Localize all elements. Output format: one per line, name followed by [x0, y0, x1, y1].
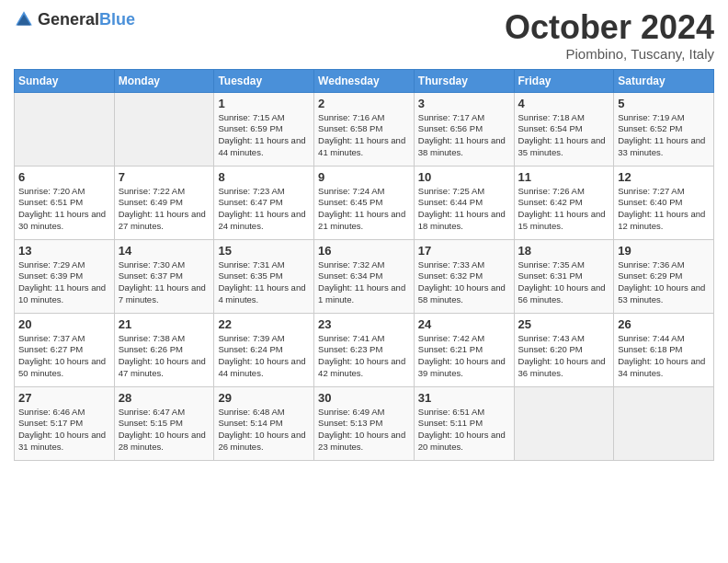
month-title: October 2024 [505, 9, 714, 46]
calendar-cell: 4Sunrise: 7:18 AMSunset: 6:54 PMDaylight… [514, 92, 614, 166]
day-number: 16 [318, 244, 410, 258]
weekday-header: Saturday [614, 69, 714, 92]
day-info: Sunrise: 7:41 AMSunset: 6:23 PMDaylight:… [318, 333, 410, 380]
calendar-cell: 22Sunrise: 7:39 AMSunset: 6:24 PMDayligh… [214, 313, 314, 386]
calendar-week-row: 27Sunrise: 6:46 AMSunset: 5:17 PMDayligh… [15, 386, 714, 460]
day-number: 20 [18, 317, 110, 331]
day-number: 12 [618, 170, 710, 184]
logo-text-general: General [38, 10, 99, 29]
calendar-cell: 10Sunrise: 7:25 AMSunset: 6:44 PMDayligh… [414, 166, 514, 239]
day-number: 23 [318, 317, 410, 331]
day-info: Sunrise: 7:27 AMSunset: 6:40 PMDaylight:… [618, 186, 710, 233]
day-info: Sunrise: 7:43 AMSunset: 6:20 PMDaylight:… [518, 333, 610, 380]
day-number: 18 [518, 244, 610, 258]
calendar-cell: 6Sunrise: 7:20 AMSunset: 6:51 PMDaylight… [15, 166, 115, 239]
weekday-header: Friday [514, 69, 614, 92]
day-number: 14 [119, 244, 210, 258]
day-number: 4 [518, 97, 610, 110]
day-info: Sunrise: 7:20 AMSunset: 6:51 PMDaylight:… [18, 186, 110, 233]
calendar-cell: 28Sunrise: 6:47 AMSunset: 5:15 PMDayligh… [114, 386, 214, 460]
day-info: Sunrise: 7:30 AMSunset: 6:37 PMDaylight:… [119, 259, 210, 306]
logo: GeneralBlue [14, 9, 135, 29]
day-number: 6 [18, 170, 110, 184]
calendar-cell: 7Sunrise: 7:22 AMSunset: 6:49 PMDaylight… [114, 166, 214, 239]
day-number: 28 [119, 391, 210, 405]
calendar-cell: 13Sunrise: 7:29 AMSunset: 6:39 PMDayligh… [15, 239, 115, 313]
calendar-week-row: 20Sunrise: 7:37 AMSunset: 6:27 PMDayligh… [15, 313, 714, 386]
calendar-body: 1Sunrise: 7:15 AMSunset: 6:59 PMDaylight… [15, 92, 714, 460]
calendar-cell: 18Sunrise: 7:35 AMSunset: 6:31 PMDayligh… [514, 239, 614, 313]
day-info: Sunrise: 7:17 AMSunset: 6:56 PMDaylight:… [418, 112, 510, 159]
day-number: 3 [418, 97, 510, 110]
day-number: 5 [618, 97, 710, 110]
calendar-cell: 20Sunrise: 7:37 AMSunset: 6:27 PMDayligh… [15, 313, 115, 386]
calendar-cell: 12Sunrise: 7:27 AMSunset: 6:40 PMDayligh… [614, 166, 714, 239]
calendar-cell: 2Sunrise: 7:16 AMSunset: 6:58 PMDaylight… [314, 92, 415, 166]
day-info: Sunrise: 6:49 AMSunset: 5:13 PMDaylight:… [318, 407, 410, 454]
calendar-cell: 8Sunrise: 7:23 AMSunset: 6:47 PMDaylight… [214, 166, 314, 239]
calendar-cell: 31Sunrise: 6:51 AMSunset: 5:11 PMDayligh… [414, 386, 514, 460]
day-info: Sunrise: 7:31 AMSunset: 6:35 PMDaylight:… [218, 259, 310, 306]
day-number: 7 [119, 170, 210, 184]
day-number: 15 [218, 244, 310, 258]
calendar-cell: 26Sunrise: 7:44 AMSunset: 6:18 PMDayligh… [614, 313, 714, 386]
day-number: 1 [218, 97, 310, 110]
day-number: 25 [518, 317, 610, 331]
page-header: GeneralBlue October 2024 Piombino, Tusca… [14, 9, 714, 62]
calendar-header: SundayMondayTuesdayWednesdayThursdayFrid… [15, 69, 714, 92]
weekday-header: Wednesday [314, 69, 415, 92]
day-number: 29 [218, 391, 310, 405]
calendar-cell [15, 92, 115, 166]
logo-text-blue: Blue [99, 10, 135, 29]
calendar-cell: 3Sunrise: 7:17 AMSunset: 6:56 PMDaylight… [414, 92, 514, 166]
calendar-cell: 1Sunrise: 7:15 AMSunset: 6:59 PMDaylight… [214, 92, 314, 166]
day-info: Sunrise: 7:25 AMSunset: 6:44 PMDaylight:… [418, 186, 510, 233]
calendar-week-row: 6Sunrise: 7:20 AMSunset: 6:51 PMDaylight… [15, 166, 714, 239]
day-number: 30 [318, 391, 410, 405]
calendar-cell: 16Sunrise: 7:32 AMSunset: 6:34 PMDayligh… [314, 239, 415, 313]
day-number: 2 [318, 97, 410, 110]
day-info: Sunrise: 7:24 AMSunset: 6:45 PMDaylight:… [318, 186, 410, 233]
title-block: October 2024 Piombino, Tuscany, Italy [505, 9, 714, 62]
day-info: Sunrise: 7:33 AMSunset: 6:32 PMDaylight:… [418, 259, 510, 306]
day-info: Sunrise: 7:29 AMSunset: 6:39 PMDaylight:… [18, 259, 110, 306]
day-info: Sunrise: 6:48 AMSunset: 5:14 PMDaylight:… [218, 407, 310, 454]
day-number: 22 [218, 317, 310, 331]
day-number: 27 [18, 391, 110, 405]
calendar-cell [514, 386, 614, 460]
day-info: Sunrise: 7:36 AMSunset: 6:29 PMDaylight:… [618, 259, 710, 306]
day-info: Sunrise: 7:26 AMSunset: 6:42 PMDaylight:… [518, 186, 610, 233]
weekday-header: Sunday [15, 69, 115, 92]
day-info: Sunrise: 7:16 AMSunset: 6:58 PMDaylight:… [318, 112, 410, 159]
calendar-cell: 30Sunrise: 6:49 AMSunset: 5:13 PMDayligh… [314, 386, 415, 460]
weekday-row: SundayMondayTuesdayWednesdayThursdayFrid… [15, 69, 714, 92]
day-number: 24 [418, 317, 510, 331]
calendar-cell: 17Sunrise: 7:33 AMSunset: 6:32 PMDayligh… [414, 239, 514, 313]
day-info: Sunrise: 7:37 AMSunset: 6:27 PMDaylight:… [18, 333, 110, 380]
day-info: Sunrise: 7:42 AMSunset: 6:21 PMDaylight:… [418, 333, 510, 380]
weekday-header: Tuesday [214, 69, 314, 92]
day-info: Sunrise: 7:22 AMSunset: 6:49 PMDaylight:… [119, 186, 210, 233]
calendar-cell [114, 92, 214, 166]
weekday-header: Thursday [414, 69, 514, 92]
calendar-cell: 15Sunrise: 7:31 AMSunset: 6:35 PMDayligh… [214, 239, 314, 313]
calendar-week-row: 13Sunrise: 7:29 AMSunset: 6:39 PMDayligh… [15, 239, 714, 313]
day-info: Sunrise: 6:47 AMSunset: 5:15 PMDaylight:… [119, 407, 210, 454]
day-number: 10 [418, 170, 510, 184]
day-info: Sunrise: 7:35 AMSunset: 6:31 PMDaylight:… [518, 259, 610, 306]
day-number: 11 [518, 170, 610, 184]
day-info: Sunrise: 7:15 AMSunset: 6:59 PMDaylight:… [218, 112, 310, 159]
day-info: Sunrise: 7:39 AMSunset: 6:24 PMDaylight:… [218, 333, 310, 380]
day-info: Sunrise: 6:46 AMSunset: 5:17 PMDaylight:… [18, 407, 110, 454]
calendar-cell: 11Sunrise: 7:26 AMSunset: 6:42 PMDayligh… [514, 166, 614, 239]
day-info: Sunrise: 7:44 AMSunset: 6:18 PMDaylight:… [618, 333, 710, 380]
day-number: 8 [218, 170, 310, 184]
day-number: 31 [418, 391, 510, 405]
day-info: Sunrise: 7:32 AMSunset: 6:34 PMDaylight:… [318, 259, 410, 306]
day-number: 9 [318, 170, 410, 184]
calendar-cell: 21Sunrise: 7:38 AMSunset: 6:26 PMDayligh… [114, 313, 214, 386]
calendar-cell [614, 386, 714, 460]
day-number: 13 [18, 244, 110, 258]
day-info: Sunrise: 7:23 AMSunset: 6:47 PMDaylight:… [218, 186, 310, 233]
day-number: 19 [618, 244, 710, 258]
